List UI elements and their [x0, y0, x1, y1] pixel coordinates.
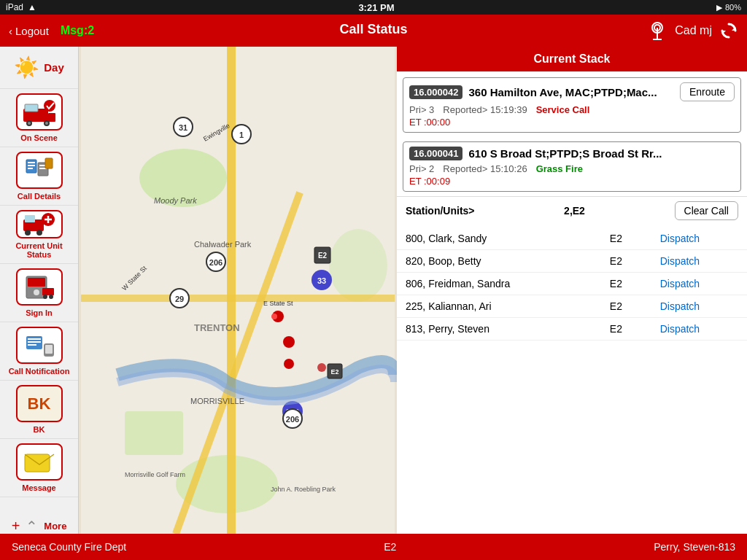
unit-name-4: 813, Perry, Steven [397, 318, 601, 341]
unit-row-0: 800, Clark, Sandy E2 Dispatch [397, 228, 747, 250]
call-reported-2: Reported> 15:10:26 [443, 163, 527, 174]
svg-text:John A. Roebling Park: John A. Roebling Park [271, 486, 336, 493]
sidebar-item-current-unit-status[interactable]: Current Unit Status [0, 206, 78, 264]
app-header: ‹ Logout Msg:2 Call Status Cad mj [0, 15, 747, 47]
call-notification-label: Call Notification [9, 367, 70, 376]
svg-point-76 [271, 314, 277, 319]
unit-name-3: 225, Kaliannan, Ari [397, 295, 601, 318]
sidebar-item-bk[interactable]: BK BK [0, 381, 78, 439]
dispatch-link-2[interactable]: Dispatch [651, 273, 747, 295]
header-left: ‹ Logout Msg:2 [9, 24, 94, 37]
svg-point-11 [28, 122, 31, 125]
dispatch-link-4[interactable]: Dispatch [651, 318, 747, 341]
map-svg: 33 206 31 1 29 206 206 Moody Park Chal [79, 47, 397, 534]
fire-truck-icon [22, 98, 57, 126]
on-scene-label: On Scene [20, 133, 58, 142]
svg-text:29: 29 [175, 295, 184, 303]
status-bar: iPad ▲ 3:21 PM ▶ 80% [0, 0, 747, 15]
signal-icon: ▶ [716, 3, 722, 12]
current-stack-header: Current Stack [397, 47, 747, 71]
bk-icon-box: BK [16, 385, 63, 422]
battery-label: 80% [725, 3, 741, 12]
svg-point-32 [34, 289, 39, 295]
dispatch-link-1[interactable]: Dispatch [651, 250, 747, 273]
svg-point-14 [44, 100, 55, 112]
svg-text:Morrisville Golf Farm: Morrisville Golf Farm [125, 471, 185, 478]
refresh-icon[interactable] [719, 21, 738, 40]
station-label: Station/Units> [406, 205, 475, 217]
header-right: Cad mj [647, 20, 738, 41]
svg-text:TRENTON: TRENTON [194, 322, 240, 333]
logout-label: Logout [15, 25, 49, 37]
call-et-2: ET :00:09 [409, 176, 735, 187]
unit-row-1: 820, Boop, Betty E2 Dispatch [397, 250, 747, 273]
wifi-icon: ▲ [28, 2, 36, 12]
status-time: 3:21 PM [358, 2, 394, 13]
svg-rect-38 [28, 341, 41, 343]
bottom-bar: Seneca County Fire Dept E2 Perry, Steven… [0, 534, 747, 560]
clear-call-button[interactable]: Clear Call [675, 201, 738, 220]
svg-point-78 [284, 359, 294, 369]
svg-point-35 [49, 295, 53, 299]
call-priority-2: Pri> 2 [409, 163, 434, 174]
call-notification-icon-box [16, 327, 63, 364]
sidebar-item-more[interactable]: + ⌃ More [0, 497, 78, 534]
notification-icon [22, 332, 57, 359]
svg-text:Chalwader Park: Chalwader Park [194, 240, 252, 249]
sidebar-item-on-scene[interactable]: On Scene [0, 89, 78, 147]
call-details-icon-box [16, 152, 63, 189]
unit-code-4: E2 [601, 318, 651, 341]
call-id-1: 16.000042 [409, 85, 462, 99]
back-chevron-icon: ‹ [9, 25, 12, 37]
call-reported-1: Reported> 15:19:39 [443, 104, 527, 115]
enroute-button[interactable]: Enroute [680, 82, 735, 101]
current-unit-status-label: Current Unit Status [3, 241, 75, 259]
sidebar-item-call-details[interactable]: Call Details [0, 147, 78, 206]
dispatch-link-3[interactable]: Dispatch [651, 295, 747, 318]
dispatch-link-0[interactable]: Dispatch [651, 228, 747, 250]
svg-rect-45 [125, 411, 183, 455]
call-card-1[interactable]: 16.000042 360 Hamilton Ave, MAC;PTPD;Mac… [403, 77, 741, 133]
unit-code-1: E2 [601, 250, 651, 273]
svg-point-13 [45, 122, 48, 125]
svg-text:1: 1 [239, 131, 244, 139]
dept-label: Seneca County Fire Dept [12, 541, 126, 553]
call-et-1: ET :00:00 [409, 117, 735, 128]
call-type-1: Service Call [536, 104, 590, 115]
current-stack-label: Current Stack [534, 52, 611, 65]
call-details-icon [22, 157, 57, 184]
svg-text:Moody Park: Moody Park [154, 196, 197, 205]
sign-in-icon [22, 273, 57, 301]
unit-row-2: 806, Freidman, Sandra E2 Dispatch [397, 273, 747, 295]
svg-point-46 [329, 229, 387, 302]
call-card-1-header: 16.000042 360 Hamilton Ave, MAC;PTPD;Mac… [409, 82, 735, 101]
status-right: ▶ 80% [716, 3, 741, 12]
sidebar-item-call-notification[interactable]: Call Notification [0, 322, 78, 381]
svg-text:206: 206 [209, 258, 222, 267]
right-panel: Current Stack 16.000042 360 Hamilton Ave… [397, 47, 747, 534]
logout-button[interactable]: ‹ Logout [9, 25, 49, 37]
unit-name-2: 806, Freidman, Sandra [397, 273, 601, 295]
msg-badge[interactable]: Msg:2 [61, 24, 94, 37]
svg-rect-22 [45, 158, 53, 168]
sidebar-item-sign-in[interactable]: Sign In [0, 264, 78, 322]
sidebar-item-day[interactable]: ☀️ Day [0, 47, 78, 89]
svg-text:206: 206 [286, 415, 299, 424]
unit-code-0: E2 [601, 228, 651, 250]
call-address-1: 360 Hamilton Ave, MAC;PTPD;Mac... [468, 86, 674, 98]
call-meta-1: Pri> 3 Reported> 15:19:39 Service Call [409, 104, 735, 115]
svg-rect-41 [45, 345, 53, 354]
call-address-2: 610 S Broad St;PTPD;S Broad St Rr... [468, 147, 735, 160]
svg-point-34 [43, 295, 47, 299]
sidebar: ☀️ Day On Scene [0, 47, 79, 534]
unit-name-0: 800, Clark, Sandy [397, 228, 601, 250]
message-icon [22, 448, 57, 476]
user-label: Perry, Steven-813 [654, 541, 735, 553]
cad-label: Cad mj [675, 24, 712, 37]
plus-icon: + [12, 518, 20, 534]
sidebar-item-message[interactable]: Message [0, 439, 78, 497]
call-card-2[interactable]: 16.000041 610 S Broad St;PTPD;S Broad St… [403, 141, 741, 192]
map-container[interactable]: 33 206 31 1 29 206 206 Moody Park Chal [79, 47, 397, 534]
svg-text:E2: E2 [318, 252, 328, 260]
svg-rect-37 [28, 338, 41, 340]
